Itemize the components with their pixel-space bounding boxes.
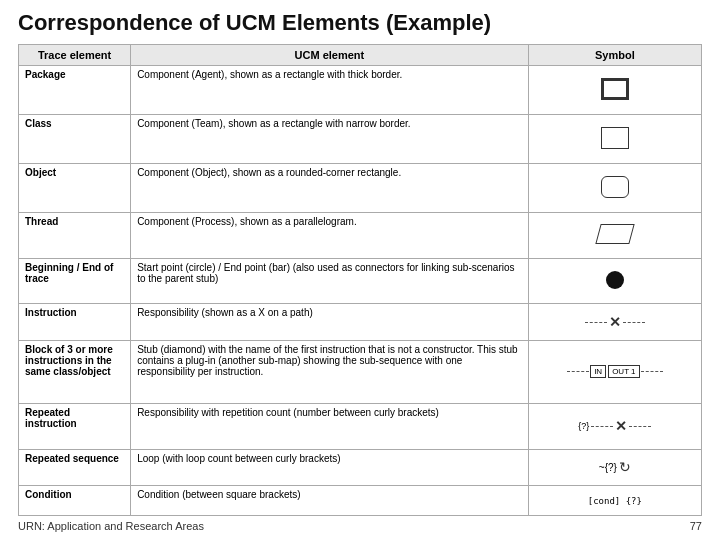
symbol-rect-rounded	[601, 176, 629, 198]
stub-line-right	[641, 371, 663, 372]
table-row: Repeated sequence Loop (with loop count …	[19, 449, 702, 485]
symbol-cell: {?} ✕	[528, 403, 701, 449]
trace-cell: Block of 3 or more instructions in the s…	[19, 340, 131, 403]
stub-line-left	[567, 371, 589, 372]
symbol-cell	[528, 114, 701, 163]
trace-cell: Thread	[19, 212, 131, 258]
symbol-cell: ✕	[528, 304, 701, 340]
trace-cell: Repeated sequence	[19, 449, 131, 485]
page-title: Correspondence of UCM Elements (Example)	[18, 10, 702, 36]
table-row: Beginning / End of trace Start point (ci…	[19, 258, 702, 304]
trace-cell: Repeated instruction	[19, 403, 131, 449]
trace-cell: Class	[19, 114, 131, 163]
footer: URN: Application and Research Areas 77	[18, 516, 702, 532]
x-mark: ✕	[609, 314, 621, 330]
dotted-line-left	[585, 322, 607, 323]
symbol-circle-filled	[606, 271, 624, 289]
ucm-cell: Responsibility with repetition count (nu…	[131, 403, 529, 449]
symbol-cell	[528, 163, 701, 212]
ucm-cell: Responsibility (shown as a X on a path)	[131, 304, 529, 340]
symbol-stub: IN OUT 1	[535, 365, 695, 378]
ucm-cell: Loop (with loop count between curly brac…	[131, 449, 529, 485]
table-row: Package Component (Agent), shown as a re…	[19, 66, 702, 115]
symbol-cell: ~{?} ↻	[528, 449, 701, 485]
rep-inst-label: {?}	[578, 421, 589, 431]
stub-in-label: IN	[590, 365, 606, 378]
symbol-rect-thick	[601, 78, 629, 100]
symbol-cell: [cond] {?}	[528, 485, 701, 515]
symbol-parallelogram	[595, 224, 634, 244]
table-row: Instruction Responsibility (shown as a X…	[19, 304, 702, 340]
dotted-line-right	[623, 322, 645, 323]
loop-arrow: ↻	[619, 459, 631, 475]
trace-cell: Instruction	[19, 304, 131, 340]
ucm-cell: Condition (between square brackets)	[131, 485, 529, 515]
table-row: Object Component (Object), shown as a ro…	[19, 163, 702, 212]
trace-cell: Beginning / End of trace	[19, 258, 131, 304]
symbol-cell: IN OUT 1	[528, 340, 701, 403]
ucm-cell: Component (Process), shown as a parallel…	[131, 212, 529, 258]
footer-left: URN: Application and Research Areas	[18, 520, 204, 532]
table-row: Class Component (Team), shown as a recta…	[19, 114, 702, 163]
ucm-cell: Component (Agent), shown as a rectangle …	[131, 66, 529, 115]
symbol-condition: [cond] {?}	[588, 496, 642, 506]
footer-right: 77	[690, 520, 702, 532]
table-row: Block of 3 or more instructions in the s…	[19, 340, 702, 403]
symbol-x-path: ✕	[535, 314, 695, 330]
table-row: Condition Condition (between square brac…	[19, 485, 702, 515]
trace-cell: Package	[19, 66, 131, 115]
col-header-ucm: UCM element	[131, 45, 529, 66]
loop-tilde-label: ~{?}	[599, 462, 617, 473]
stub-out-label: OUT 1	[608, 365, 639, 378]
symbol-cell	[528, 212, 701, 258]
ucm-cell: Component (Object), shown as a rounded-c…	[131, 163, 529, 212]
trace-cell: Object	[19, 163, 131, 212]
symbol-cell	[528, 66, 701, 115]
ucm-table: Trace element UCM element Symbol Package…	[18, 44, 702, 516]
rep-dotted-left	[591, 426, 613, 427]
ucm-cell: Stub (diamond) with the name of the firs…	[131, 340, 529, 403]
trace-cell: Condition	[19, 485, 131, 515]
rep-x-mark: ✕	[615, 418, 627, 434]
ucm-cell: Component (Team), shown as a rectangle w…	[131, 114, 529, 163]
symbol-rep-inst: {?} ✕	[535, 418, 695, 434]
col-header-trace: Trace element	[19, 45, 131, 66]
table-row: Repeated instruction Responsibility with…	[19, 403, 702, 449]
symbol-rect-narrow	[601, 127, 629, 149]
symbol-cell	[528, 258, 701, 304]
ucm-cell: Start point (circle) / End point (bar) (…	[131, 258, 529, 304]
table-row: Thread Component (Process), shown as a p…	[19, 212, 702, 258]
col-header-symbol: Symbol	[528, 45, 701, 66]
symbol-loop: ~{?} ↻	[535, 459, 695, 475]
rep-dotted-right	[629, 426, 651, 427]
page: Correspondence of UCM Elements (Example)…	[0, 0, 720, 540]
